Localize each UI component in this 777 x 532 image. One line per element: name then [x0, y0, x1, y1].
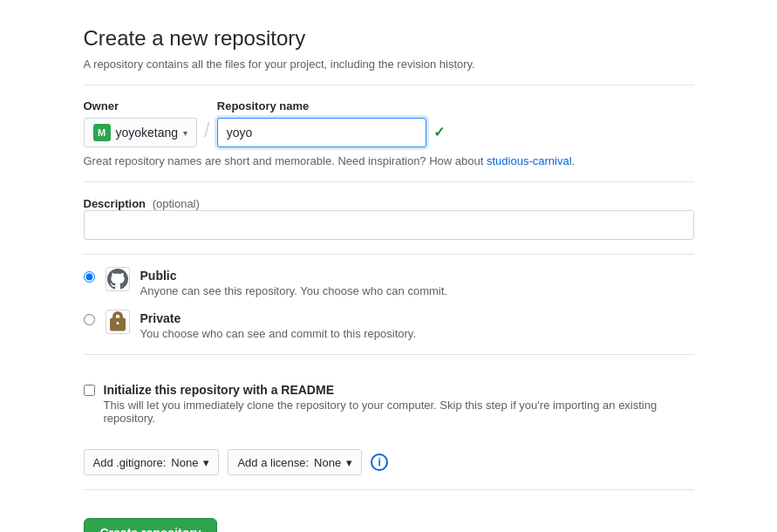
repo-name-group: Repository name	[217, 99, 426, 147]
divider-initialize-top	[84, 354, 694, 355]
owner-label: Owner	[84, 99, 198, 113]
license-label: Add a license:	[237, 456, 309, 469]
public-radio[interactable]	[84, 271, 95, 283]
license-dropdown[interactable]: Add a license: None ▾	[228, 449, 362, 475]
public-icon	[106, 267, 130, 291]
create-repository-button[interactable]: Create repository	[84, 518, 218, 532]
page-title: Create a new repository	[84, 26, 694, 51]
gitignore-dropdown[interactable]: Add .gitignore: None ▾	[84, 449, 220, 475]
owner-group: Owner M yoyoketang ▾	[84, 99, 198, 147]
visibility-group: Public Anyone can see this repository. Y…	[84, 269, 694, 340]
valid-checkmark-icon: ✓	[433, 124, 445, 147]
description-section: Description (optional)	[84, 196, 694, 240]
initialize-checkbox[interactable]	[84, 385, 95, 396]
info-icon[interactable]: i	[371, 454, 388, 471]
description-optional: (optional)	[153, 197, 200, 210]
license-caret-icon: ▾	[346, 456, 352, 469]
private-radio[interactable]	[84, 314, 95, 325]
private-icon	[106, 310, 130, 334]
public-option: Public Anyone can see this repository. Y…	[84, 269, 694, 297]
divider-top	[84, 85, 694, 85]
initialize-title: Initialize this repository with a README	[104, 383, 694, 397]
page-container: Create a new repository A repository con…	[66, 0, 712, 532]
private-content: Private You choose who can see and commi…	[140, 311, 417, 340]
divider-submit-top	[84, 489, 694, 490]
owner-avatar: M	[93, 124, 111, 141]
repo-name-hint: Great repository names are short and mem…	[84, 154, 694, 167]
owner-repo-row: Owner M yoyoketang ▾ / Repository name ✓	[84, 99, 694, 147]
gitignore-value: None	[171, 456, 198, 469]
repo-name-label: Repository name	[217, 99, 426, 113]
repo-name-input[interactable]	[217, 118, 426, 147]
initialize-description: This will let you immediately clone the …	[104, 399, 694, 425]
caret-down-icon: ▾	[183, 128, 187, 138]
public-title: Public	[140, 269, 447, 283]
initialize-section: Initialize this repository with a README…	[84, 369, 694, 439]
owner-username: yoyoketang	[116, 126, 179, 140]
private-title: Private	[140, 311, 417, 325]
public-description: Anyone can see this repository. You choo…	[140, 284, 447, 297]
public-content: Public Anyone can see this repository. Y…	[140, 269, 447, 297]
divider-visibility-top	[84, 254, 694, 255]
private-option: Private You choose who can see and commi…	[84, 311, 694, 340]
license-value: None	[314, 456, 341, 469]
slash-separator: /	[204, 118, 210, 147]
gitignore-caret-icon: ▾	[203, 456, 209, 469]
initialize-content: Initialize this repository with a README…	[104, 383, 694, 425]
gitignore-label: Add .gitignore:	[93, 456, 167, 469]
dropdowns-row: Add .gitignore: None ▾ Add a license: No…	[84, 449, 694, 475]
divider-description-top	[84, 181, 694, 182]
suggestion-link[interactable]: studious-carnival	[487, 154, 572, 167]
description-label: Description (optional)	[84, 197, 200, 210]
description-input[interactable]	[84, 210, 694, 240]
private-description: You choose who can see and commit to thi…	[140, 327, 417, 340]
owner-button[interactable]: M yoyoketang ▾	[84, 118, 198, 147]
page-subtitle: A repository contains all the files for …	[84, 58, 694, 71]
